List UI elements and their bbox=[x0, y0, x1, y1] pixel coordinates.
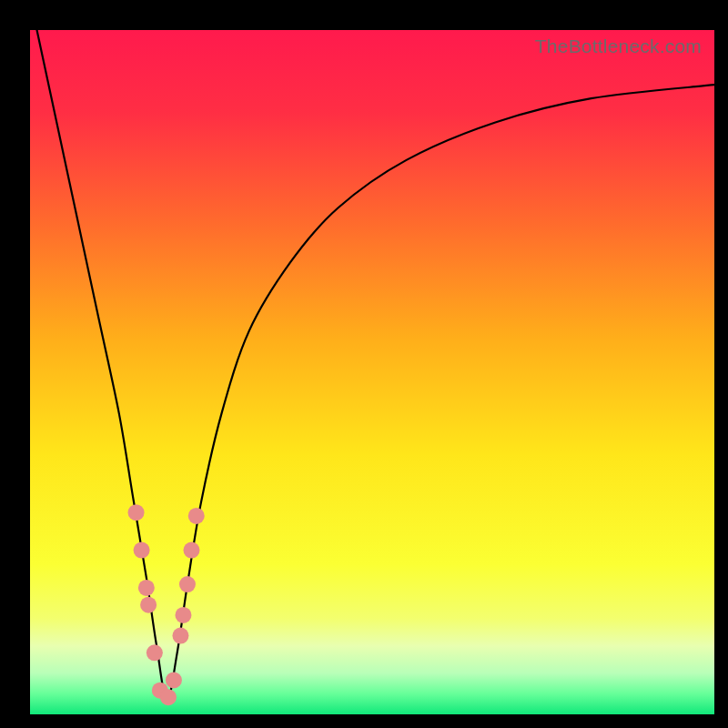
marker-dot bbox=[179, 576, 196, 592]
watermark-text: TheBottleneck.com bbox=[535, 35, 702, 57]
marker-dot bbox=[147, 644, 163, 661]
outer-frame: TheBottleneck.com bbox=[0, 0, 728, 728]
marker-dot bbox=[128, 504, 145, 521]
marker-dot bbox=[138, 580, 155, 596]
marker-dot bbox=[160, 689, 177, 705]
marker-dot bbox=[175, 607, 191, 623]
marker-dot bbox=[166, 672, 182, 688]
marker-dot bbox=[183, 542, 199, 559]
marker-dot bbox=[172, 628, 188, 644]
marker-dot bbox=[140, 597, 157, 613]
bottleneck-curve bbox=[37, 30, 714, 701]
plot-area: TheBottleneck.com bbox=[30, 30, 714, 714]
chart-svg bbox=[30, 30, 714, 714]
marker-dot bbox=[188, 508, 205, 524]
marker-dot bbox=[134, 542, 150, 559]
